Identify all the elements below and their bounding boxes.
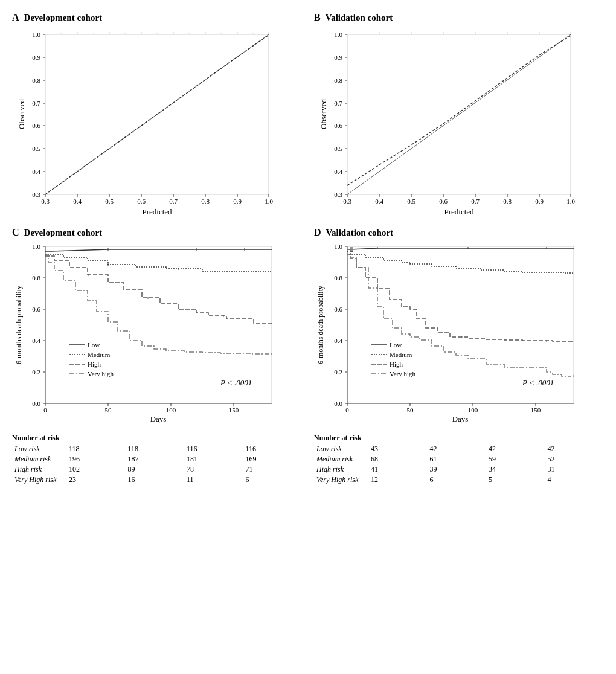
risk-value: 61: [428, 454, 487, 464]
panel-b-title-text: Validation cohort: [326, 13, 393, 23]
svg-text:0.7: 0.7: [169, 197, 178, 205]
svg-text:0.8: 0.8: [334, 77, 342, 84]
risk-label: Very High risk: [314, 475, 368, 485]
panel-c-chart: 0.0 0.2 0.4 0.6 0.8 1.0 0 50: [12, 240, 302, 430]
svg-text:0.3: 0.3: [334, 191, 342, 198]
risk-value: 116: [184, 444, 243, 454]
risk-value: 78: [184, 464, 243, 475]
svg-text:0.6: 0.6: [334, 306, 342, 313]
risk-value: 59: [486, 454, 545, 464]
svg-text:0.4: 0.4: [334, 337, 342, 344]
panel-d-chart: 0.0 0.2 0.4 0.6 0.8 1.0 0 50: [314, 240, 604, 430]
svg-text:1.0: 1.0: [32, 243, 40, 250]
svg-text:0.9: 0.9: [535, 197, 544, 205]
svg-text:Medium: Medium: [88, 351, 111, 358]
risk-table-c: Number at risk Low risk 118 118 116 116 …: [12, 434, 302, 485]
risk-value: 4: [545, 475, 605, 485]
panel-a-title: A Development cohort: [12, 12, 302, 23]
risk-value: 16: [126, 475, 185, 485]
risk-value: 23: [66, 475, 126, 485]
svg-text:Days: Days: [452, 414, 469, 423]
table-row: Medium risk 68 61 59 52: [314, 454, 604, 464]
svg-text:0.8: 0.8: [32, 274, 40, 281]
svg-text:0.0: 0.0: [32, 400, 40, 407]
km-plot-d: 0.0 0.2 0.4 0.6 0.8 1.0 0 50: [314, 240, 592, 428]
svg-text:100: 100: [468, 406, 478, 414]
panel-c-label: C: [12, 227, 19, 238]
risk-value: 6: [243, 475, 303, 485]
svg-line-89: [347, 34, 571, 194]
svg-text:50: 50: [407, 406, 414, 414]
svg-text:P < .0001: P < .0001: [522, 378, 554, 387]
risk-table-c-title: Number at risk: [12, 434, 302, 443]
risk-label: Low risk: [12, 444, 66, 454]
svg-text:1.0: 1.0: [334, 243, 342, 250]
svg-text:0.5: 0.5: [407, 197, 415, 205]
panel-c-title: C Development cohort: [12, 227, 302, 238]
table-row: High risk 102 89 78 71: [12, 464, 302, 475]
svg-text:0.5: 0.5: [334, 145, 342, 152]
svg-text:0.6: 0.6: [334, 122, 342, 129]
risk-value: 31: [545, 464, 605, 475]
risk-value: 102: [66, 464, 126, 475]
svg-text:0.4: 0.4: [334, 168, 342, 175]
svg-text:Very high: Very high: [390, 370, 416, 377]
svg-text:Observed: Observed: [319, 99, 328, 129]
svg-text:0.6: 0.6: [32, 122, 40, 129]
panel-d-title-text: Validation cohort: [326, 228, 394, 238]
svg-text:Low: Low: [390, 341, 402, 348]
svg-text:0.4: 0.4: [73, 197, 82, 205]
svg-text:6-months death probability: 6-months death probability: [316, 286, 325, 364]
risk-value: 5: [486, 475, 545, 485]
svg-text:0: 0: [345, 406, 349, 414]
svg-text:0.2: 0.2: [32, 368, 40, 376]
risk-value: 71: [243, 464, 303, 475]
risk-value: 43: [368, 444, 428, 454]
svg-text:0.6: 0.6: [439, 197, 448, 205]
svg-text:0.2: 0.2: [334, 368, 342, 376]
svg-text:Medium: Medium: [390, 351, 412, 358]
panel-d: D Validation cohort 0.0 0.2 0.4: [314, 227, 604, 485]
svg-text:0.6: 0.6: [32, 306, 40, 313]
risk-value: 187: [126, 454, 185, 464]
table-row: High risk 41 39 34 31: [314, 464, 604, 475]
risk-value: 118: [126, 444, 185, 454]
panel-b-title: B Validation cohort: [314, 12, 604, 23]
table-row: Very High risk 12 6 5 4: [314, 475, 604, 485]
svg-text:150: 150: [531, 406, 541, 414]
panel-c-title-text: Development cohort: [24, 228, 103, 238]
panel-d-title: D Validation cohort: [314, 227, 604, 238]
risk-value: 42: [428, 444, 487, 454]
panel-a-title-text: Development cohort: [24, 13, 103, 23]
risk-label: Very High risk: [12, 475, 66, 485]
risk-label: Medium risk: [12, 454, 66, 464]
svg-text:0.7: 0.7: [471, 197, 480, 205]
svg-text:Predicted: Predicted: [444, 207, 474, 216]
risk-table-d-data: Low risk 43 42 42 42 Medium risk 68 61 5…: [314, 444, 604, 485]
risk-value: 42: [545, 444, 605, 454]
svg-text:0.5: 0.5: [105, 197, 114, 205]
risk-value: 34: [486, 464, 545, 475]
risk-value: 89: [126, 464, 185, 475]
risk-table-d: Number at risk Low risk 43 42 42 42 Medi…: [314, 434, 604, 485]
risk-value: 12: [368, 475, 428, 485]
svg-text:0.9: 0.9: [233, 197, 242, 205]
svg-text:1.0: 1.0: [566, 197, 575, 205]
main-grid: A Development cohort: [12, 12, 604, 491]
panel-b-chart: 0.3 0.4 0.5 0.6 0.7 0.8 0.9 1.0: [314, 25, 604, 221]
svg-text:1.0: 1.0: [32, 31, 40, 38]
svg-text:Low: Low: [88, 341, 100, 348]
table-row: Very High risk 23 16 11 6: [12, 475, 302, 485]
svg-text:0.4: 0.4: [32, 168, 40, 175]
table-row: Medium risk 196 187 181 169: [12, 454, 302, 464]
svg-text:0.8: 0.8: [32, 77, 40, 84]
svg-text:0.3: 0.3: [41, 197, 50, 205]
panel-a-label: A: [12, 12, 19, 23]
svg-text:0.7: 0.7: [334, 100, 342, 107]
svg-text:1.0: 1.0: [265, 197, 273, 205]
svg-text:High: High: [88, 361, 101, 368]
svg-text:100: 100: [166, 406, 176, 414]
svg-text:0: 0: [43, 406, 47, 414]
svg-text:0.6: 0.6: [137, 197, 146, 205]
risk-value: 52: [545, 454, 605, 464]
